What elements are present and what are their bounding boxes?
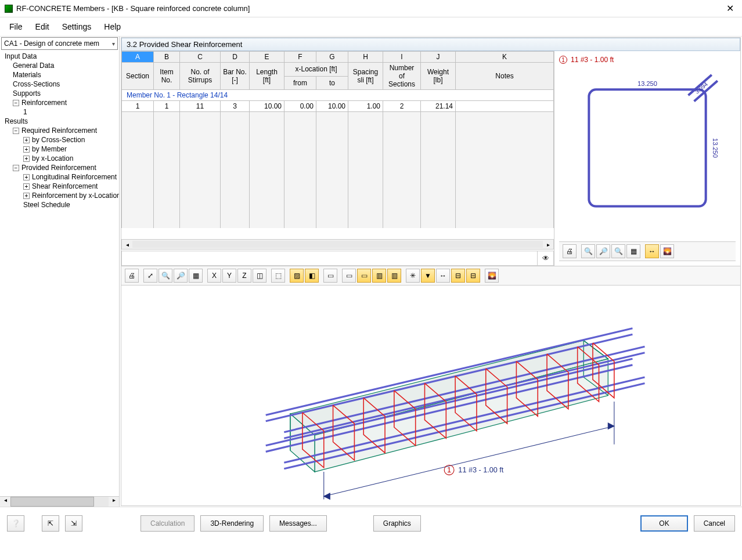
menu-file[interactable]: File xyxy=(3,20,28,34)
grid-icon[interactable]: ▦ xyxy=(189,269,203,283)
scroll-right-icon[interactable]: ▸ xyxy=(109,497,119,507)
scroll-left-icon[interactable]: ◂ xyxy=(0,497,10,507)
table-scrollbar[interactable]: ◂ ▸ xyxy=(121,239,554,250)
export-button[interactable]: ⇲ xyxy=(65,515,82,532)
section-4-icon[interactable]: ▥ xyxy=(387,269,401,283)
ok-button[interactable]: OK xyxy=(640,515,687,532)
render-style-icon[interactable]: 🌄 xyxy=(485,269,499,283)
tree-supports[interactable]: Supports xyxy=(0,89,119,98)
expand-icon[interactable]: + xyxy=(23,146,30,153)
label-1-icon[interactable]: ⊟ xyxy=(451,269,465,283)
toggle-b-icon[interactable]: ◧ xyxy=(305,269,319,283)
col-K[interactable]: K xyxy=(456,52,554,63)
layer-icon[interactable]: ▭ xyxy=(323,269,337,283)
scroll-left-icon[interactable]: ◂ xyxy=(122,241,132,248)
col-G[interactable]: G xyxy=(316,52,348,63)
expand-icon[interactable]: + xyxy=(23,156,30,162)
cancel-button[interactable]: Cancel xyxy=(694,515,735,532)
col-B[interactable]: B xyxy=(154,52,180,63)
tree-general-data[interactable]: General Data xyxy=(0,61,119,70)
zoom-in-icon[interactable]: 🔍 xyxy=(159,269,172,283)
col-F[interactable]: F xyxy=(284,52,316,63)
cell-from[interactable]: 0.00 xyxy=(284,101,316,112)
col-E[interactable]: E xyxy=(250,52,284,63)
view-toggle-button[interactable]: 👁 xyxy=(537,251,553,265)
col-A[interactable]: A xyxy=(122,52,154,63)
menu-settings[interactable]: Settings xyxy=(56,20,98,34)
tree-results[interactable]: Results xyxy=(0,117,119,126)
menu-help[interactable]: Help xyxy=(98,20,127,34)
messages-button[interactable]: Messages... xyxy=(269,515,327,532)
scroll-right-icon[interactable]: ▸ xyxy=(543,241,553,248)
help-button[interactable]: ❔ xyxy=(7,515,24,532)
tree-cross-sections[interactable]: Cross-Sections xyxy=(0,80,119,89)
tree-reinforcement-1[interactable]: 1 xyxy=(0,107,119,117)
dimension-icon[interactable]: ↔ xyxy=(436,269,450,283)
zoom-out-icon[interactable]: 🔎 xyxy=(174,269,188,283)
cell-spacing[interactable]: 1.00 xyxy=(348,101,383,112)
zoom-extents-icon[interactable]: ⤢ xyxy=(143,269,157,283)
label-2-icon[interactable]: ⊟ xyxy=(466,269,480,283)
toggle-a-icon[interactable]: ▨ xyxy=(290,269,304,283)
dimensions-toggle-icon[interactable]: ↔ xyxy=(645,244,659,258)
section-3-icon[interactable]: ▥ xyxy=(372,269,386,283)
zoom-extents-icon[interactable]: 🔍 xyxy=(581,244,595,258)
view-z-icon[interactable]: Z xyxy=(237,269,251,283)
print-icon[interactable]: 🖨 xyxy=(563,244,577,258)
tree-reinforcement[interactable]: −Reinforcement xyxy=(0,98,119,107)
import-button[interactable]: ⇱ xyxy=(42,515,59,532)
view-iso-icon[interactable]: ◫ xyxy=(253,269,266,283)
expand-icon[interactable]: + xyxy=(23,193,30,199)
expand-icon[interactable]: + xyxy=(23,183,30,190)
tree-provided-reinforcement[interactable]: −Provided Reinforcement xyxy=(0,163,119,172)
zoom-window-icon[interactable]: 🔍 xyxy=(611,244,625,258)
support-icon[interactable]: ▼ xyxy=(421,269,435,283)
cell-no-stirrups[interactable]: 11 xyxy=(180,101,221,112)
calculation-button[interactable]: Calculation xyxy=(141,515,194,532)
col-I[interactable]: I xyxy=(383,52,421,63)
table-row[interactable]: 1 1 11 3 10.00 0.00 10.00 1.00 2 21.14 xyxy=(122,101,554,112)
tree-longitudinal-reinforcement[interactable]: +Longitudinal Reinforcement xyxy=(0,172,119,182)
tree-materials[interactable]: Materials xyxy=(0,70,119,80)
zoom-in-icon[interactable]: 🔎 xyxy=(596,244,610,258)
tree-required-reinforcement[interactable]: −Required Reinforcement xyxy=(0,126,119,135)
sidebar-scrollbar[interactable]: ◂ ▸ xyxy=(0,496,119,507)
rendering-viewport[interactable]: 1 11 #3 - 1.00 ft xyxy=(121,286,740,505)
tree-by-cross-section[interactable]: +by Cross-Section xyxy=(0,135,119,144)
col-C[interactable]: C xyxy=(180,52,221,63)
view-x-icon[interactable]: X xyxy=(207,269,221,283)
tree-by-member[interactable]: +by Member xyxy=(0,144,119,154)
menu-edit[interactable]: Edit xyxy=(30,20,55,34)
group-row[interactable]: Member No. 1 - Rectangle 14/14 xyxy=(122,90,554,101)
cell-length[interactable]: 10.00 xyxy=(250,101,284,112)
tree-reinforcement-by-x-location[interactable]: +Reinforcement by x-Location xyxy=(0,191,119,200)
tree-input-data[interactable]: Input Data xyxy=(0,52,119,61)
graphics-button[interactable]: Graphics xyxy=(373,515,421,532)
collapse-icon[interactable]: − xyxy=(13,165,19,171)
cell-weight[interactable]: 21.14 xyxy=(421,101,456,112)
results-table[interactable]: A B C D E F G H I J K xyxy=(121,51,554,228)
axes-icon[interactable]: ✳ xyxy=(406,269,420,283)
cell-item-no[interactable]: 1 xyxy=(154,101,180,112)
section-1-icon[interactable]: ▭ xyxy=(342,269,356,283)
tree-shear-reinforcement[interactable]: +Shear Reinforcement xyxy=(0,182,119,191)
close-icon[interactable]: ✕ xyxy=(723,3,737,14)
rendering-button[interactable]: 3D-Rendering xyxy=(200,515,264,532)
view-mode-icon[interactable]: ⬚ xyxy=(271,269,285,283)
section-2-icon[interactable]: ▭ xyxy=(357,269,371,283)
tree-steel-schedule[interactable]: Steel Schedule xyxy=(0,200,119,209)
print-icon[interactable]: 🖨 xyxy=(125,269,139,283)
grid-icon[interactable]: ▦ xyxy=(626,244,640,258)
case-selector[interactable]: CA1 - Design of concrete mem ▾ xyxy=(1,37,118,50)
expand-icon[interactable]: + xyxy=(23,174,30,180)
col-D[interactable]: D xyxy=(221,52,250,63)
cell-bar-no[interactable]: 3 xyxy=(221,101,250,112)
cell-section[interactable]: 1 xyxy=(122,101,154,112)
collapse-icon[interactable]: − xyxy=(13,128,19,134)
expand-icon[interactable]: + xyxy=(23,137,30,143)
collapse-icon[interactable]: − xyxy=(13,100,19,106)
render-mode-icon[interactable]: 🌄 xyxy=(660,244,674,258)
col-J[interactable]: J xyxy=(421,52,456,63)
col-H[interactable]: H xyxy=(348,52,383,63)
tree-by-x-location[interactable]: +by x-Location xyxy=(0,154,119,163)
